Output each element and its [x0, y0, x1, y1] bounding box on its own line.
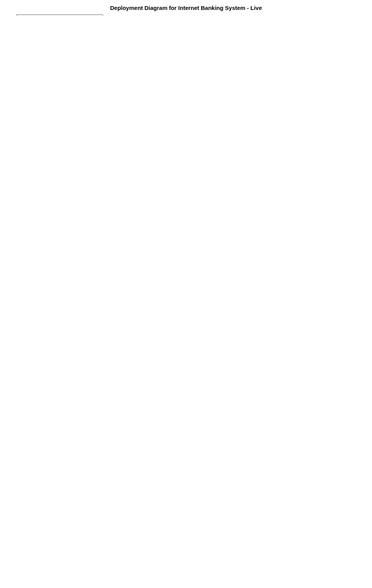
diagram-title: Deployment Diagram for Internet Banking … [0, 0, 372, 16]
node-mobile-device: Customer's mobile device [Apple IOS or A… [16, 15, 103, 16]
